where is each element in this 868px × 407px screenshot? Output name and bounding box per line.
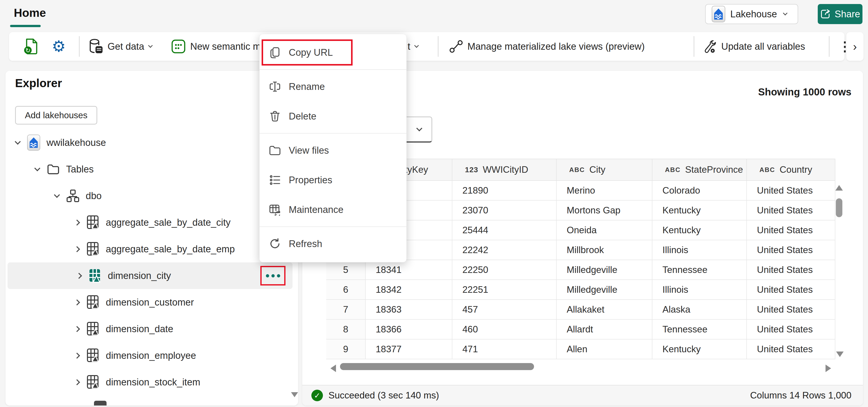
table-cell: 18363 <box>366 300 452 319</box>
showing-rows-label: Showing 1000 rows <box>758 87 851 98</box>
table-row[interactable]: 918377471AllenKentuckyUnited States <box>326 339 835 359</box>
table-cell: 18341 <box>366 260 452 279</box>
chevron-right-icon[interactable] <box>74 379 80 385</box>
item-type-label: Lakehouse <box>730 9 777 20</box>
columns-rows-count: Columns 14 Rows 1,000 <box>750 390 851 401</box>
refresh-file-button[interactable]: ↻ <box>24 32 39 61</box>
chevron-down-icon <box>783 11 787 15</box>
tree-item-label: dimension_date <box>106 324 173 334</box>
chevron-down-icon <box>148 43 153 48</box>
table-cell: Tennessee <box>652 319 747 339</box>
tree-item-dbo[interactable]: dbo <box>5 182 298 209</box>
chevron-right-icon[interactable] <box>74 326 80 332</box>
chevron-right-icon[interactable] <box>76 273 82 279</box>
table-cell: United States <box>747 300 835 319</box>
chevron-down-icon[interactable] <box>34 165 40 171</box>
table-row[interactable]: 818366460AllardtTennesseeUnited States <box>326 319 835 339</box>
scroll-right-icon[interactable] <box>826 365 831 372</box>
chevron-right-icon[interactable] <box>74 299 80 305</box>
clipped-table-icon <box>94 401 106 406</box>
row-number-cell: 8 <box>326 319 366 339</box>
table-row[interactable]: 718363457AllakaketAlaskaUnited States <box>326 300 835 319</box>
database-icon <box>89 39 103 54</box>
horizontal-scrollbar-thumb[interactable] <box>340 363 534 370</box>
tree-item-dimension-date[interactable]: dimension_date <box>5 316 298 342</box>
table-cell: 457 <box>452 300 557 319</box>
table-cell: Oneida <box>557 221 652 240</box>
column-header-stateprovince[interactable]: ABCStateProvince <box>652 159 747 180</box>
menu-item-label: View files <box>289 145 329 156</box>
column-header-city[interactable]: ABCCity <box>557 159 652 180</box>
scroll-up-icon[interactable] <box>835 185 843 191</box>
item-type-dropdown[interactable]: Lakehouse <box>705 4 798 24</box>
menu-item-label: Delete <box>289 111 316 122</box>
more-options-button[interactable] <box>260 266 285 285</box>
table-cell: Allen <box>557 339 652 359</box>
chevron-right-icon[interactable] <box>74 219 80 226</box>
table-cell: United States <box>747 319 835 339</box>
table-cell: 18377 <box>366 339 452 359</box>
chevron-down-icon[interactable] <box>54 192 60 198</box>
share-icon <box>820 9 831 19</box>
table-cell: Allakaket <box>557 300 652 319</box>
tree-item-dimension-city[interactable]: dimension_city <box>7 262 292 289</box>
chevron-down-icon[interactable] <box>14 139 21 145</box>
share-button[interactable]: Share <box>818 4 863 24</box>
tree-item-wwilakehouse[interactable]: wwilakehouse <box>5 129 298 156</box>
get-data-button[interactable]: Get data <box>89 32 152 61</box>
table-row[interactable]: 61834222251MilledgevilleIllinoisUnited S… <box>326 280 835 300</box>
scroll-down-icon[interactable] <box>291 392 298 397</box>
column-header-label: City <box>589 165 606 175</box>
vertical-scrollbar-thumb[interactable] <box>836 198 842 217</box>
tab-home[interactable]: Home <box>14 6 46 20</box>
scroll-left-icon[interactable] <box>331 365 336 372</box>
update-all-variables-button[interactable]: Update all variables <box>703 32 805 61</box>
delete-icon <box>269 110 281 123</box>
schema-icon <box>66 189 80 202</box>
table-icon <box>86 321 100 336</box>
tree-item-aggregate-sale-by-date-emp[interactable]: aggregate_sale_by_date_emp <box>5 236 298 262</box>
table-icon <box>86 215 100 230</box>
menu-item-refresh[interactable]: Refresh <box>259 229 406 259</box>
chevron-right-icon: › <box>853 40 857 53</box>
chevron-right-icon[interactable] <box>74 352 80 359</box>
tree-item-dimension-stock-item[interactable]: dimension_stock_item <box>5 369 298 396</box>
menu-item-label: Properties <box>289 175 332 185</box>
table-cell: 21890 <box>452 181 557 200</box>
column-header-wwicityid[interactable]: 123WWICityID <box>452 159 557 180</box>
tree-item-dimension-employee[interactable]: dimension_employee <box>5 342 298 369</box>
maintenance-icon <box>269 203 281 216</box>
chevron-right-icon[interactable] <box>74 246 80 252</box>
add-lakehouses-button[interactable]: Add lakehouses <box>15 106 97 125</box>
menu-divider <box>259 69 406 70</box>
table-cell: United States <box>747 339 835 359</box>
scroll-down-icon[interactable] <box>836 351 844 357</box>
table-cell: Millbrook <box>557 240 652 260</box>
ribbon-overflow-button[interactable]: › <box>846 32 864 61</box>
menu-item-view-files[interactable]: View files <box>259 136 406 165</box>
column-header-country[interactable]: ABCCountry <box>747 159 835 180</box>
get-data-label: Get data <box>107 41 144 52</box>
status-message: Succeeded (3 sec 140 ms) <box>329 390 439 401</box>
toolbar-divider <box>79 36 80 57</box>
table-row[interactable]: 51834122250MilledgevilleTennesseeUnited … <box>326 260 835 280</box>
settings-button[interactable]: ⚙ <box>52 32 66 61</box>
menu-item-maintenance[interactable]: Maintenance <box>259 195 406 225</box>
gear-icon: ⚙ <box>52 39 66 54</box>
table-cell: 23070 <box>452 201 557 220</box>
table-cell: 22250 <box>452 260 557 279</box>
column-header-label: WWICityID <box>483 165 528 175</box>
column-type-icon: ABC <box>760 166 775 174</box>
tree-item-label: dimension_city <box>108 270 171 281</box>
tree-item-label: Tables <box>66 164 94 175</box>
menu-item-label: Maintenance <box>289 204 344 215</box>
manage-lake-views-button[interactable]: Manage materialized lake views (preview) <box>449 32 645 61</box>
menu-item-delete[interactable]: Delete <box>259 101 406 131</box>
tree-item-aggregate-sale-by-date-city[interactable]: aggregate_sale_by_date_city <box>5 209 298 236</box>
menu-item-rename[interactable]: Rename <box>259 72 406 101</box>
tree-item-tables[interactable]: Tables <box>5 156 298 182</box>
tree-item-dimension-customer[interactable]: dimension_customer <box>5 289 298 316</box>
menu-item-copy-url[interactable]: Copy URL <box>259 38 406 67</box>
occluded-dropdown-button[interactable]: t <box>408 32 418 61</box>
menu-item-properties[interactable]: Properties <box>259 165 406 195</box>
